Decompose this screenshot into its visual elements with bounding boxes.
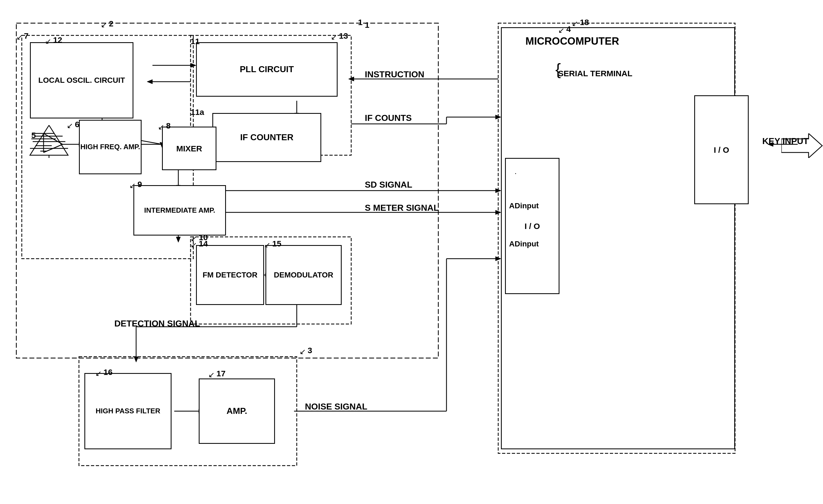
ref-16-arrow: ↙	[95, 369, 102, 378]
amp-noise-block: AMP.	[199, 378, 275, 444]
noise-signal: NOISE SIGNAL	[305, 401, 367, 412]
ref-9-arrow: ↙	[129, 181, 136, 190]
ref-2-arrow: ↙	[101, 20, 107, 29]
if-counter-block: IF COUNTER	[212, 113, 321, 162]
ref-3-arrow: ↙	[300, 347, 306, 356]
s-meter-signal: S METER SIGNAL	[365, 203, 439, 213]
ref-11a-text: 11a	[191, 108, 204, 117]
key-input-arrow	[781, 133, 823, 158]
ref-16-text: 16	[104, 368, 113, 377]
io-right-block: I / O	[694, 95, 749, 204]
ref-1-text: 1	[365, 20, 369, 30]
if-counts-signal: IF COUNTS	[365, 113, 412, 123]
io-dot-1: ·	[515, 169, 517, 178]
sd-signal: SD SIGNAL	[365, 180, 412, 190]
io-left-block: I / O	[505, 158, 559, 294]
high-freq-amp-block: HIGH FREQ. AMP.	[79, 120, 142, 174]
ref-8-text: 8	[166, 121, 171, 130]
svg-marker-18	[147, 79, 152, 84]
ref-3-text: 3	[308, 346, 312, 355]
ref-13-arrow: ↙	[331, 33, 337, 42]
svg-marker-40	[134, 357, 138, 362]
serial-terminal-label: SERIAL TERMINAL	[558, 68, 632, 79]
ref-17-text: 17	[216, 369, 225, 378]
pll-circuit-block: PLL CIRCUIT	[196, 42, 338, 97]
ad-input1-label: ADinput	[509, 201, 539, 210]
ref-12-arrow: ↙	[45, 37, 51, 46]
instruction-signal: INSTRUCTION	[365, 69, 425, 79]
ref-15-text: 15	[272, 239, 281, 248]
ref-14-text: 14	[199, 239, 208, 248]
ref-2-text: 2	[109, 19, 114, 28]
high-pass-filter-block: HIGH PASS FILTER	[85, 373, 172, 449]
ref-11-text: 11	[191, 37, 199, 46]
ref-9-text: 9	[138, 180, 142, 189]
local-oscil-block: LOCAL OSCIL. CIRCUIT	[30, 42, 133, 119]
fm-detector-block: FM DETECTOR	[196, 245, 264, 305]
ref-6-text: 6	[75, 120, 79, 129]
intermediate-amp-block: INTERMEDIATE AMP.	[133, 185, 226, 235]
ref-14-arrow: ↙	[191, 240, 197, 249]
ref-18-text: 18	[580, 18, 589, 27]
ref-4-text: 4	[566, 24, 571, 34]
ref-1: 1	[358, 18, 363, 27]
serial-terminal-brace: {	[555, 60, 561, 79]
antenna-symbol	[27, 123, 71, 158]
ref-18-arrow: ↙	[572, 19, 578, 28]
svg-marker-60	[781, 133, 822, 158]
ref-7-arrow: ↙	[16, 33, 23, 42]
ref-8-arrow: ↙	[158, 123, 164, 132]
ref-12-text: 12	[53, 35, 62, 45]
ref-4-arrow: ↙	[558, 26, 564, 35]
mixer-block: MIXER	[162, 127, 216, 170]
svg-marker-13	[176, 237, 180, 242]
detection-signal: DETECTION SIGNAL	[114, 319, 200, 329]
ref-13-text: 13	[339, 31, 348, 40]
ad-input2-label: ADinput	[509, 239, 539, 248]
microcomputer-label: MICROCOMPUTER	[525, 35, 619, 47]
ref-17-arrow: ↙	[208, 370, 214, 379]
ref-7-text: 7	[24, 31, 29, 40]
ref-15-arrow: ↙	[264, 240, 270, 249]
demodulator-block: DEMODULATOR	[266, 245, 342, 305]
